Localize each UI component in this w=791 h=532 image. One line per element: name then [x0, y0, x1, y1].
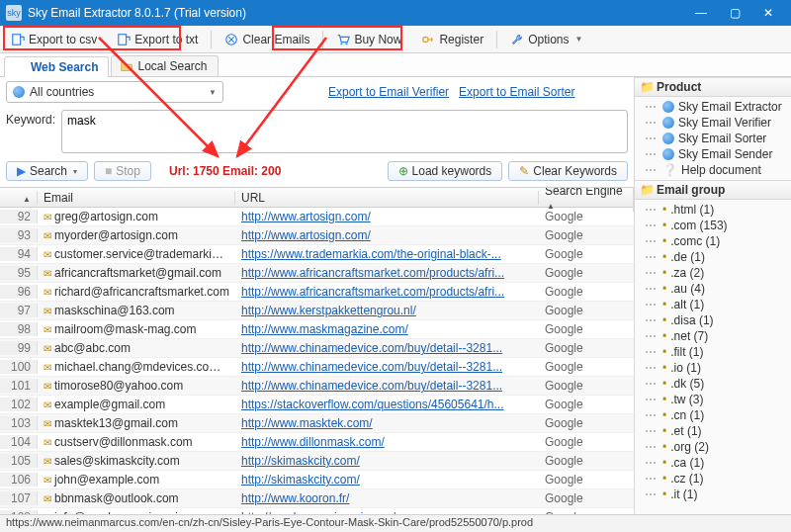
clear-keywords-button[interactable]: ✎ Clear Keywords — [508, 161, 628, 181]
table-row[interactable]: 104✉custserv@dillonmask.comhttp://www.di… — [0, 433, 634, 452]
table-row[interactable]: 108✉info@maskwaengineering.cahttp://mask… — [0, 508, 634, 514]
col-number-header[interactable]: ▲ — [0, 191, 38, 205]
envelope-icon: ✉ — [44, 268, 51, 279]
col-email-header[interactable]: Email — [38, 191, 235, 205]
row-url-link[interactable]: http://www.kooron.fr/ — [241, 491, 349, 505]
email-group-item[interactable]: ⋯•.cn (1) — [645, 407, 791, 423]
table-row[interactable]: 95✉africancraftsmarket@gmail.comhttp://w… — [0, 264, 634, 283]
row-url-link[interactable]: http://www.africancraftsmarket.com/produ… — [241, 285, 504, 299]
table-row[interactable]: 107✉bbnmask@outlook.comhttp://www.kooron… — [0, 489, 634, 508]
minimize-button[interactable]: — — [684, 0, 718, 26]
row-url-link[interactable]: http://www.masktek.com/ — [241, 416, 373, 430]
search-button[interactable]: ▶ Search ▾ — [6, 161, 88, 181]
row-url-link[interactable]: http://skimaskcity.com/ — [241, 454, 360, 468]
email-group-item[interactable]: ⋯•.net (7) — [645, 328, 791, 344]
export-txt-icon — [117, 33, 131, 46]
table-row[interactable]: 100✉michael.chang@mdevices.com.auhttp://… — [0, 358, 634, 377]
row-url-link[interactable]: http://www.dillonmask.com/ — [241, 435, 385, 449]
clear-emails-button[interactable]: Clear Emails — [218, 30, 316, 49]
product-panel-header[interactable]: 📁 Product — [635, 77, 791, 97]
tab-local-search[interactable]: Local Search — [111, 55, 218, 76]
row-engine: Google — [539, 247, 634, 261]
close-button[interactable]: ✕ — [751, 0, 785, 26]
email-group-item[interactable]: ⋯•.filt (1) — [645, 344, 791, 360]
folder-icon — [120, 59, 133, 73]
list-item-label: .cn (1) — [670, 408, 704, 422]
table-row[interactable]: 92✉greg@artosign.comhttp://www.artosign.… — [0, 208, 634, 226]
stop-button[interactable]: ■ Stop — [94, 161, 151, 181]
row-url-link[interactable]: http://www.maskmagazine.com/ — [241, 322, 408, 336]
table-row[interactable]: 93✉myorder@artosign.comhttp://www.artosi… — [0, 226, 634, 245]
email-group-item[interactable]: ⋯•.org (2) — [645, 439, 791, 455]
export-csv-button[interactable]: Export to csv — [4, 30, 104, 49]
table-row[interactable]: 106✉john@example.comhttp://skimaskcity.c… — [0, 471, 634, 489]
email-group-item[interactable]: ⋯•.it (1) — [645, 487, 791, 502]
table-row[interactable]: 94✉customer.service@trademarkia.c...http… — [0, 245, 634, 264]
buy-now-button[interactable]: Buy Now — [329, 30, 408, 49]
email-group-item[interactable]: ⋯•.html (1) — [645, 202, 791, 218]
options-button[interactable]: Options ▼ — [503, 30, 589, 49]
row-url-link[interactable]: http://www.africancraftsmarket.com/produ… — [241, 266, 504, 280]
svg-rect-1 — [119, 34, 127, 44]
row-url-link[interactable]: http://www.artosign.com/ — [241, 210, 371, 223]
list-item-label: .dk (5) — [670, 377, 704, 391]
email-group-item[interactable]: ⋯•.comc (1) — [645, 233, 791, 249]
row-url-link[interactable]: http://www.chinamedevice.com/buy/detail-… — [241, 341, 502, 355]
help-link[interactable]: ⋯❔Help document — [645, 162, 791, 178]
email-group-item[interactable]: ⋯•.za (2) — [645, 265, 791, 281]
row-url-link[interactable]: https://stackoverflow.com/questions/4560… — [241, 398, 504, 411]
email-group-item[interactable]: ⋯•.tw (3) — [645, 392, 791, 407]
table-row[interactable]: 99✉abc@abc.comhttp://www.chinamedevice.c… — [0, 339, 634, 358]
row-url-link[interactable]: http://www.artosign.com/ — [241, 228, 371, 242]
row-url-link[interactable]: http://skimaskcity.com/ — [241, 473, 360, 487]
row-url-link[interactable]: https://www.trademarkia.com/the-original… — [241, 247, 501, 261]
table-row[interactable]: 105✉sales@skimaskcity.comhttp://skimaskc… — [0, 452, 634, 471]
row-url-link[interactable]: http://maskwaengineering.ca/ — [241, 510, 396, 514]
envelope-icon: ✉ — [44, 343, 51, 354]
col-url-header[interactable]: URL — [235, 191, 539, 205]
table-row[interactable]: 96✉richard@africancraftsmarket.comhttp:/… — [0, 283, 634, 302]
tab-local-search-label: Local Search — [137, 59, 207, 73]
email-group-item[interactable]: ⋯•.disa (1) — [645, 312, 791, 328]
export-to-sorter-link[interactable]: Export to Email Sorter — [459, 85, 574, 99]
email-group-item[interactable]: ⋯•.de (1) — [645, 249, 791, 265]
row-number: 106 — [0, 473, 38, 487]
email-group-item[interactable]: ⋯•.dk (5) — [645, 376, 791, 392]
cart-icon — [336, 33, 350, 46]
country-select[interactable]: All countries ▼ — [6, 81, 223, 103]
grid-body[interactable]: 92✉greg@artosign.comhttp://www.artosign.… — [0, 208, 634, 514]
tab-web-search[interactable]: Web Search — [4, 56, 109, 77]
product-link[interactable]: ⋯Sky Email Verifier — [645, 115, 791, 131]
email-group-panel-header[interactable]: 📁 Email group — [635, 180, 791, 200]
email-group-list[interactable]: ⋯•.html (1)⋯•.com (153)⋯•.comc (1)⋯•.de … — [635, 200, 791, 514]
table-row[interactable]: 98✉mailroom@mask-mag.comhttp://www.maskm… — [0, 320, 634, 339]
email-group-item[interactable]: ⋯•.et (1) — [645, 423, 791, 439]
keyword-input[interactable] — [61, 110, 628, 153]
email-group-item[interactable]: ⋯•.ca (1) — [645, 455, 791, 471]
table-row[interactable]: 101✉timorose80@yahoo.comhttp://www.china… — [0, 377, 634, 396]
row-url-link[interactable]: http://www.kerstpakkettengrou.nl/ — [241, 304, 416, 317]
row-url: http://www.maskmagazine.com/ — [235, 322, 539, 336]
table-row[interactable]: 97✉maskschina@163.comhttp://www.kerstpak… — [0, 302, 634, 320]
export-txt-button[interactable]: Export to txt — [110, 30, 205, 49]
row-email: ✉africancraftsmarket@gmail.com — [38, 266, 235, 280]
register-button[interactable]: Register — [414, 30, 490, 49]
email-group-item[interactable]: ⋯•.alt (1) — [645, 297, 791, 312]
row-url-link[interactable]: http://www.chinamedevice.com/buy/detail-… — [241, 360, 502, 374]
product-link[interactable]: ⋯Sky Email Sender — [645, 146, 791, 162]
table-row[interactable]: 102✉example@gmail.comhttps://stackoverfl… — [0, 396, 634, 414]
maximize-button[interactable]: ▢ — [718, 0, 751, 26]
product-link[interactable]: ⋯Sky Email Sorter — [645, 131, 791, 146]
email-group-item[interactable]: ⋯•.io (1) — [645, 360, 791, 376]
load-keywords-button[interactable]: ⊕ Load keywords — [388, 161, 503, 181]
email-group-item[interactable]: ⋯•.cz (1) — [645, 471, 791, 487]
row-url-link[interactable]: http://www.chinamedevice.com/buy/detail-… — [241, 379, 502, 393]
table-row[interactable]: 103✉masktek13@gmail.comhttp://www.maskte… — [0, 414, 634, 433]
envelope-icon: ✉ — [44, 212, 51, 222]
export-to-verifier-link[interactable]: Export to Email Verifier — [328, 85, 449, 99]
key-icon — [421, 33, 435, 46]
email-group-item[interactable]: ⋯•.au (4) — [645, 281, 791, 297]
load-keywords-label: Load keywords — [412, 164, 492, 178]
product-link[interactable]: ⋯Sky Email Extractor — [645, 99, 791, 115]
email-group-item[interactable]: ⋯•.com (153) — [645, 218, 791, 233]
